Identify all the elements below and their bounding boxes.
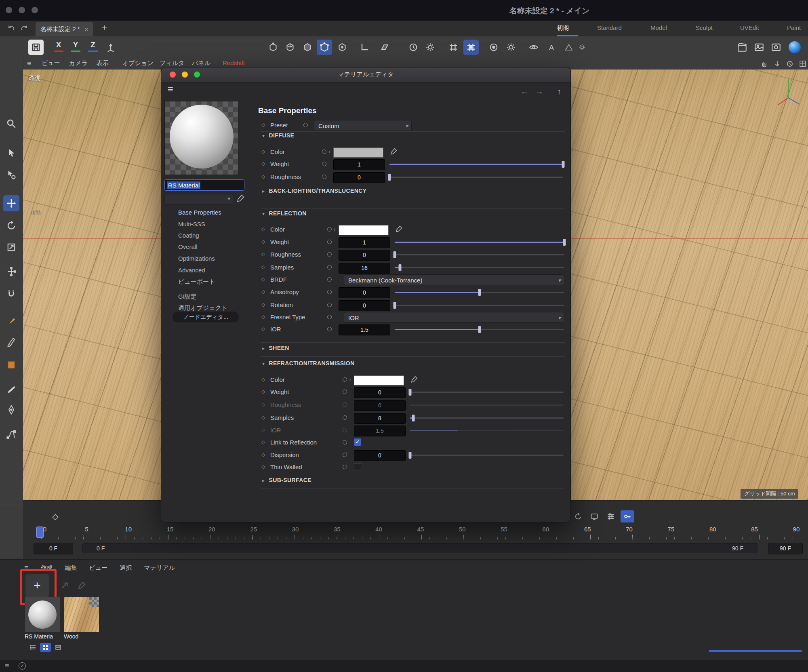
menu-redshift[interactable]: Redshift [223, 59, 245, 66]
color-swatch-tool-button[interactable] [3, 357, 19, 373]
live-selection-button[interactable] [3, 167, 19, 183]
axis-tool-button[interactable] [357, 40, 372, 55]
nav-coating[interactable]: Coating [178, 232, 199, 239]
dispersion-input[interactable]: 0 [354, 450, 406, 461]
keyframe-circle-icon[interactable] [343, 440, 347, 444]
nav-assigned-objects[interactable]: 適用オブジェクト [178, 304, 227, 312]
snap-enable-button[interactable] [463, 40, 479, 55]
dispersion-slider[interactable] [410, 455, 564, 456]
expand-channel-icon[interactable]: › [349, 376, 351, 383]
keyframe-circle-icon[interactable] [327, 303, 332, 307]
link-to-reflection-checkbox[interactable]: ✓ [354, 438, 361, 446]
nav-optimizations[interactable]: Optimizations [178, 255, 215, 262]
preview-type-dropdown[interactable]: ▾ [164, 194, 233, 204]
add-tab-button[interactable]: + [102, 23, 107, 33]
horizontal-scrollbar[interactable] [709, 650, 802, 652]
layout-tab-sculpt[interactable]: Sculpt [696, 24, 713, 31]
keyframe-circle-icon[interactable] [327, 277, 332, 282]
section-diffuse[interactable]: ▾DIFFUSE [262, 132, 294, 139]
samples-slider[interactable] [395, 267, 564, 268]
render-settings-button[interactable] [768, 40, 784, 55]
playhead-marker[interactable] [36, 527, 44, 538]
keying-settings-button[interactable] [423, 40, 438, 55]
rotation-input[interactable]: 0 [339, 300, 390, 311]
load-material-button[interactable] [57, 577, 73, 594]
status-menu-burger-icon[interactable]: ≡ [5, 661, 9, 670]
section-sheen[interactable]: ▸SHEEN [262, 345, 289, 351]
samples-slider[interactable] [410, 417, 564, 419]
lock-x-axis-button[interactable]: X [52, 40, 65, 54]
keyframe-circle-icon[interactable] [322, 150, 326, 154]
ior-input[interactable]: 1.5 [339, 324, 390, 335]
render-view-button[interactable] [734, 40, 750, 55]
move-tool-button[interactable] [3, 195, 19, 211]
anim-diamond-icon[interactable]: ◇ [261, 149, 265, 154]
fresnel-type-dropdown[interactable]: IOR▾ [344, 312, 564, 323]
material-thumbnail-wood[interactable] [64, 597, 99, 632]
nav-gi-settings[interactable]: GI設定 [178, 293, 197, 301]
anim-diamond-icon[interactable]: ◇ [261, 427, 265, 433]
anisotropy-input[interactable]: 0 [339, 287, 390, 298]
annotate-button[interactable]: A [544, 40, 559, 55]
view-name-label[interactable]: 透視 [28, 74, 40, 82]
anim-diamond-icon[interactable]: ◇ [261, 276, 265, 282]
redshift-renderer-button[interactable] [787, 40, 802, 55]
keyframe-circle-icon[interactable] [327, 252, 332, 257]
weight-slider[interactable] [395, 242, 564, 243]
pick-material-button[interactable] [74, 577, 90, 594]
anim-diamond-icon[interactable]: ◇ [261, 326, 265, 332]
keyframe-circle-icon[interactable] [327, 227, 332, 232]
menu-view[interactable]: ビュー [42, 59, 60, 67]
material-preview[interactable] [164, 101, 238, 175]
grid-snap-button[interactable] [446, 40, 461, 55]
anim-diamond-icon[interactable]: ◇ [261, 377, 265, 382]
layout-tab-paint[interactable]: Paint [787, 24, 801, 31]
layer-view-toggle[interactable] [53, 643, 63, 652]
keyframe-circle-icon[interactable] [343, 453, 347, 457]
scale-tool-button[interactable] [3, 239, 19, 255]
keyframe-circle-icon[interactable] [322, 175, 326, 179]
diffuse-color-swatch[interactable] [333, 147, 383, 158]
keyframe-circle-icon[interactable] [343, 390, 347, 394]
spline-tool-button[interactable] [3, 426, 19, 442]
roughness-slider[interactable] [395, 254, 564, 255]
weight-input[interactable]: 1 [333, 159, 385, 170]
grid-view-toggle[interactable] [40, 643, 51, 652]
menu-material[interactable]: マテリアル [144, 564, 175, 572]
pen-tool-button[interactable] [3, 334, 19, 350]
preview-range-bar[interactable]: 0 F 90 F [82, 543, 758, 553]
menu-filter[interactable]: フィルタ [160, 59, 184, 67]
layout-tab-standard[interactable]: Standard [597, 24, 622, 31]
track-options-button[interactable] [604, 510, 618, 522]
record-button[interactable] [486, 40, 501, 55]
menu-options[interactable]: オプション [122, 59, 154, 67]
pick-color-button[interactable] [236, 194, 244, 202]
pick-color-button[interactable] [390, 148, 397, 155]
editor-menu-burger-icon[interactable]: ≡ [168, 84, 173, 94]
sound-scrub-button[interactable] [587, 510, 601, 522]
viewport-menu-burger-icon[interactable]: ≡ [27, 59, 32, 68]
menu-panel[interactable]: パネル [192, 59, 210, 67]
anim-diamond-icon[interactable]: ◇ [261, 439, 265, 445]
model-mode-button[interactable] [282, 40, 298, 55]
weight-slider[interactable] [389, 164, 563, 165]
rotate-tool-button[interactable] [3, 217, 19, 234]
anim-diamond-icon[interactable]: ◇ [261, 389, 265, 394]
anim-diamond-icon[interactable]: ◇ [261, 302, 265, 308]
section-subsurface[interactable]: ▸SUB-SURFACE [262, 477, 311, 483]
ior-slider[interactable] [395, 329, 564, 330]
expand-channel-icon[interactable]: › [328, 148, 330, 155]
keyframe-circle-icon[interactable] [327, 290, 332, 294]
brdf-dropdown[interactable]: Beckmann (Cook-Torrance)▾ [344, 274, 564, 285]
polygon-mode-button[interactable] [317, 40, 332, 55]
list-view-toggle[interactable] [27, 643, 38, 652]
knife-tool-button[interactable] [3, 381, 19, 398]
weight-input[interactable]: 0 [354, 387, 406, 398]
layout-tab-model[interactable]: Model [650, 24, 667, 31]
roughness-input[interactable]: 0 [339, 250, 390, 261]
material-thumbnail-rs[interactable] [25, 597, 60, 632]
nav-multi-sss[interactable]: Multi-SSS [178, 221, 205, 228]
keyframe-diamond-button[interactable]: ◇ [48, 510, 62, 522]
select-tool-button[interactable] [3, 145, 19, 161]
nav-advanced[interactable]: Advanced [178, 267, 205, 274]
